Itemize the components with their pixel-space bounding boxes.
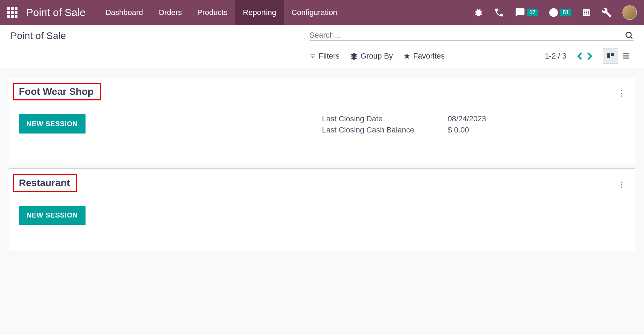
discuss-icon[interactable]: 17 [515, 7, 538, 18]
search-icon[interactable] [624, 31, 634, 40]
svg-rect-4 [623, 53, 629, 54]
search-bar [310, 31, 634, 41]
main-menu: Dashboard Orders Products Reporting Conf… [98, 0, 345, 25]
tools-icon[interactable] [601, 7, 612, 18]
favorites-button[interactable]: Favorites [404, 52, 445, 61]
filters-label: Filters [319, 52, 340, 61]
nav-products[interactable]: Products [190, 0, 235, 25]
kanban-view-button[interactable] [603, 48, 618, 64]
activities-icon[interactable]: 51 [548, 7, 571, 18]
pager-nav [577, 52, 592, 60]
discuss-badge: 17 [527, 9, 538, 16]
pos-card: Restaurant ⋮ NEW SESSION [9, 168, 635, 251]
groupby-label: Group By [361, 52, 393, 61]
nav-reporting[interactable]: Reporting [235, 0, 284, 25]
info-label: Last Closing Cash Balance [322, 125, 448, 135]
pos-card: Foot Wear Shop ⋮ NEW SESSION Last Closin… [9, 77, 635, 163]
info-row: Last Closing Date 08/24/2023 [322, 114, 626, 123]
calculator-icon[interactable] [582, 8, 591, 17]
nav-orders[interactable]: Orders [151, 0, 190, 25]
more-menu-icon[interactable]: ⋮ [617, 180, 625, 189]
control-panel: Point of Sale Filters Group By Favorites [0, 25, 644, 68]
card-title[interactable]: Restaurant [13, 174, 77, 192]
svg-rect-5 [623, 55, 629, 56]
filters-button[interactable]: Filters [310, 52, 340, 61]
list-icon [622, 52, 630, 60]
app-brand[interactable]: Point of Sale [26, 7, 86, 18]
debug-icon[interactable] [474, 8, 483, 17]
svg-rect-2 [607, 53, 610, 58]
layers-icon [350, 52, 358, 60]
favorites-label: Favorites [413, 52, 445, 61]
more-menu-icon[interactable]: ⋮ [617, 89, 625, 98]
new-session-button[interactable]: NEW SESSION [19, 206, 86, 225]
search-input[interactable] [310, 31, 624, 40]
list-view-button[interactable] [618, 48, 634, 64]
activities-badge: 51 [560, 9, 571, 16]
systray: 17 51 [474, 0, 637, 25]
nav-dashboard[interactable]: Dashboard [98, 0, 151, 25]
star-icon [404, 53, 410, 60]
breadcrumb: Point of Sale [10, 30, 310, 41]
info-value: 08/24/2023 [448, 114, 486, 123]
info-value: $ 0.00 [448, 125, 469, 135]
info-row: Last Closing Cash Balance $ 0.00 [322, 125, 626, 135]
top-navbar: Point of Sale Dashboard Orders Products … [0, 0, 644, 25]
filter-icon [310, 53, 316, 59]
card-title[interactable]: Foot Wear Shop [13, 83, 101, 100]
user-avatar[interactable] [622, 5, 637, 20]
voip-icon[interactable] [494, 7, 504, 18]
svg-point-0 [626, 32, 631, 37]
svg-rect-3 [611, 53, 614, 56]
view-switcher [603, 48, 634, 64]
new-session-button[interactable]: NEW SESSION [19, 114, 86, 134]
svg-line-1 [630, 37, 632, 38]
svg-rect-6 [623, 58, 629, 59]
pager-text[interactable]: 1-2 / 3 [545, 52, 567, 61]
info-label: Last Closing Date [322, 114, 448, 123]
pager-next[interactable] [587, 52, 592, 60]
kanban-icon [606, 52, 615, 60]
pager-prev[interactable] [577, 52, 583, 60]
nav-configuration[interactable]: Configuration [284, 0, 345, 25]
kanban-content: Foot Wear Shop ⋮ NEW SESSION Last Closin… [0, 68, 644, 265]
groupby-button[interactable]: Group By [350, 52, 393, 61]
apps-icon[interactable] [7, 7, 17, 18]
